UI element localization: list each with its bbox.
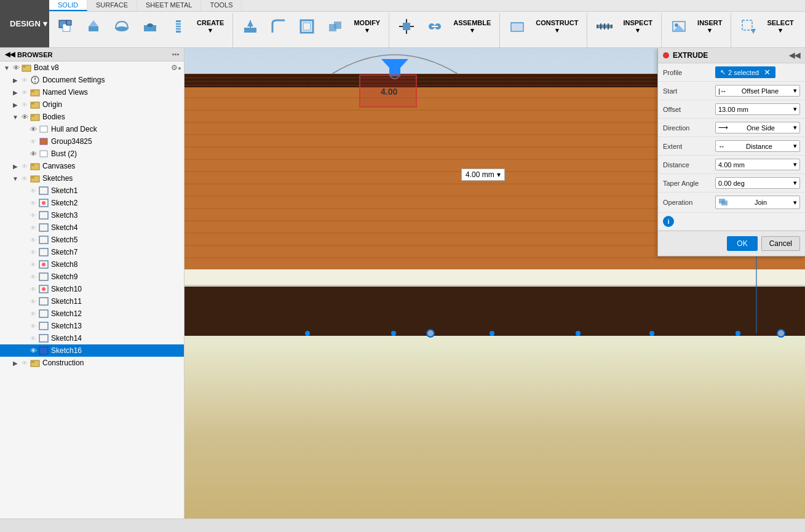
new-component-button[interactable] (52, 13, 79, 40)
tree-item-bust[interactable]: ▶ 👁 Bust (2) (0, 148, 184, 160)
tree-item-sketch11[interactable]: ▶ 👁 Sketch11 (0, 295, 184, 308)
eye-sketch2[interactable]: 👁 (28, 200, 38, 207)
dimension-dropdown-arrow[interactable]: ▾ (497, 170, 501, 179)
tree-item-bodies[interactable]: ▼ 👁 Bodies (0, 111, 184, 123)
construct-dropdown-button[interactable]: CONSTRUCT ▾ (532, 13, 582, 40)
tree-item-sketch9[interactable]: ▶ 👁 Sketch9 (0, 271, 184, 283)
taper-input[interactable]: 0.00 deg ▾ (715, 177, 800, 189)
tree-item-sketch1[interactable]: ▶ 👁 Sketch1 (0, 185, 184, 197)
tab-tools[interactable]: TOOLS (201, 0, 242, 11)
chevron-bodies[interactable]: ▼ (11, 114, 20, 121)
measure-button[interactable] (591, 13, 618, 40)
inspect-dropdown-button[interactable]: INSPECT ▾ (619, 13, 656, 40)
revolve-button[interactable] (108, 13, 135, 40)
shell-button[interactable] (293, 13, 320, 40)
design-menu-button[interactable]: DESIGN ▾ (0, 0, 49, 47)
chevron-origin[interactable]: ▶ (11, 101, 20, 108)
direction-dropdown[interactable]: ⟶ One Side ▾ (715, 122, 800, 133)
eye-origin[interactable]: 👁 (20, 101, 30, 108)
press-pull-button[interactable] (237, 13, 264, 40)
chevron-doc[interactable]: ▶ (11, 77, 20, 84)
combine-button[interactable] (322, 13, 349, 40)
eye-sketches[interactable]: 👁 (20, 175, 30, 182)
tree-item-root[interactable]: ▼ 👁 Boat v8 ⚙ ● (0, 62, 184, 74)
icon-sketch9 (38, 272, 49, 282)
modify-dropdown-button[interactable]: MODIFY ▾ (350, 13, 384, 40)
eye-bodies[interactable]: 👁 (20, 113, 30, 121)
viewport[interactable]: 4.00 4.00 mm ▾ Z (184, 48, 805, 532)
eye-root[interactable]: 👁 (11, 64, 21, 71)
tree-item-group[interactable]: ▶ 👁 Group34825 (0, 135, 184, 148)
chevron-construction[interactable]: ▶ (11, 360, 20, 367)
tree-item-construction[interactable]: ▶ 👁 Construction (0, 357, 184, 369)
select-button[interactable] (735, 13, 762, 40)
insert-image-button[interactable] (665, 13, 692, 40)
chevron-named-views[interactable]: ▶ (11, 89, 20, 96)
eye-group[interactable]: 👁 (28, 138, 38, 145)
tree-item-sketch3[interactable]: ▶ 👁 Sketch3 (0, 209, 184, 221)
cancel-button[interactable]: Cancel (761, 236, 800, 251)
profile-badge[interactable]: ↖ 2 selected ✕ (715, 66, 775, 78)
assemble-dropdown-button[interactable]: ASSEMBLE ▾ (450, 13, 494, 40)
tree-item-sketch12[interactable]: ▶ 👁 Sketch12 (0, 308, 184, 320)
browser-collapse-icon[interactable]: ◀◀ (5, 50, 15, 58)
extent-dropdown[interactable]: ↔ Distance ▾ (715, 140, 800, 152)
eye-canvases[interactable]: 👁 (20, 163, 30, 170)
tree-item-sketch16[interactable]: ▶ 👁 Sketch16 (0, 344, 184, 357)
tree-item-sketch5[interactable]: ▶ 👁 Sketch5 (0, 234, 184, 246)
fillet-button[interactable] (265, 13, 292, 40)
profile-clear-icon[interactable]: ✕ (764, 68, 771, 77)
extrude-panel-collapse[interactable]: ◀◀ (789, 51, 800, 60)
tree-item-sketch7[interactable]: ▶ 👁 Sketch7 (0, 246, 184, 258)
eye-sketch16[interactable]: 👁 (28, 347, 38, 354)
tree-item-sketch10[interactable]: ▶ 👁 Sketch10 (0, 283, 184, 295)
tree-item-sketch14[interactable]: ▶ 👁 Sketch14 (0, 332, 184, 344)
svg-rect-149 (721, 200, 728, 205)
tree-item-sketch8[interactable]: ▶ 👁 Sketch8 (0, 258, 184, 271)
eye-named-views[interactable]: 👁 (20, 89, 30, 96)
operation-dropdown[interactable]: Join ▾ (715, 196, 800, 209)
offset-input[interactable]: 13.00 mm ▾ (715, 103, 800, 115)
move-button[interactable] (393, 13, 420, 40)
root-settings-icon[interactable]: ⚙ (171, 63, 178, 72)
ok-button[interactable]: OK (727, 236, 757, 251)
tree-item-sketch13[interactable]: ▶ 👁 Sketch13 (0, 320, 184, 332)
joint-button[interactable] (421, 13, 448, 40)
create-label: CREATE (197, 19, 224, 26)
tree-item-doc-settings[interactable]: ▶ 👁 Document Settings (0, 74, 184, 86)
tab-solid[interactable]: SOLID (49, 0, 87, 11)
chevron-canvases[interactable]: ▶ (11, 163, 20, 170)
eye-doc[interactable]: 👁 (20, 77, 30, 84)
chevron-root[interactable]: ▼ (2, 65, 11, 71)
hole-button[interactable] (137, 13, 164, 40)
dimension-input-widget[interactable]: 4.00 mm ▾ (461, 169, 505, 181)
eye-bust[interactable]: 👁 (28, 150, 38, 157)
tab-sheet-metal[interactable]: SHEET METAL (137, 0, 201, 11)
icon-construction (30, 358, 41, 368)
tree-item-named-views[interactable]: ▶ 👁 Named Views (0, 86, 184, 98)
tree-item-sketch2[interactable]: ▶ 👁 Sketch2 (0, 197, 184, 209)
insert-dropdown-button[interactable]: INSERT ▾ (694, 13, 726, 40)
extrude-button[interactable] (80, 13, 107, 40)
tree-item-sketches[interactable]: ▼ 👁 Sketches (0, 172, 184, 185)
distance-input[interactable]: 4.00 mm ▾ (715, 159, 800, 170)
eye-sketch1[interactable]: 👁 (28, 188, 38, 194)
start-dropdown[interactable]: |↔ Offset Plane ▾ (715, 85, 800, 97)
info-button[interactable]: i (663, 216, 674, 227)
tab-surface[interactable]: SURFACE (87, 0, 137, 11)
thread-button[interactable] (165, 13, 192, 40)
chevron-sketches[interactable]: ▼ (11, 175, 20, 182)
svg-rect-2 (89, 26, 98, 31)
tree-item-hull[interactable]: ▶ 👁 Hull and Deck (0, 123, 184, 135)
browser-options[interactable] (172, 54, 179, 55)
select-dropdown-button[interactable]: SELECT ▾ (763, 13, 797, 40)
eye-construction[interactable]: 👁 (20, 360, 30, 367)
tree-item-origin[interactable]: ▶ 👁 Origin (0, 98, 184, 111)
svg-rect-57 (31, 176, 34, 178)
eye-hull[interactable]: 👁 (28, 125, 38, 133)
construct-plane-button[interactable] (504, 13, 531, 40)
inspect-label: INSPECT (623, 19, 652, 26)
tree-item-canvases[interactable]: ▶ 👁 Canvases (0, 160, 184, 172)
tree-item-sketch4[interactable]: ▶ 👁 Sketch4 (0, 221, 184, 234)
create-dropdown-button[interactable]: CREATE ▾ (193, 13, 228, 40)
